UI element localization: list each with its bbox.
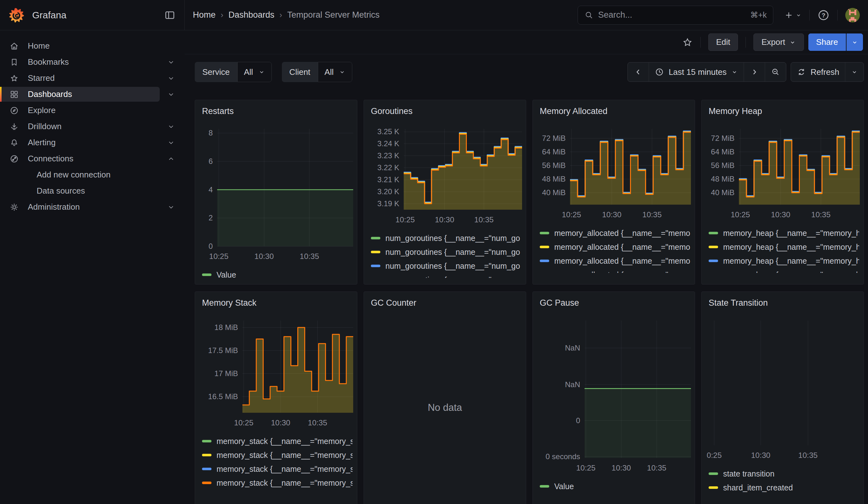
time-forward-button[interactable]	[744, 63, 765, 81]
legend-item[interactable]: shard_item_created	[709, 481, 859, 495]
legend-item[interactable]: memory_allocated {__name__="memo	[540, 226, 690, 240]
grafana-logo-icon[interactable]	[9, 8, 24, 23]
legend-item[interactable]: memory_heap {__name__="memory_h	[709, 226, 859, 240]
legend-item[interactable]: memory_stack {__name__="memory_s	[202, 476, 353, 490]
service-variable-select[interactable]: All	[237, 62, 272, 82]
link-icon	[9, 154, 19, 164]
divider	[837, 10, 838, 21]
breadcrumb-home[interactable]: Home	[193, 10, 216, 20]
svg-text:56 MiB: 56 MiB	[542, 161, 566, 169]
legend-item[interactable]: num_goroutines {__name__="num_go	[371, 245, 521, 259]
export-button[interactable]: Export	[753, 33, 804, 51]
search-icon	[584, 10, 594, 20]
sidebar-item-starred[interactable]: Starred	[0, 70, 185, 86]
sidebar-item-alerting[interactable]: Alerting	[0, 134, 185, 151]
legend-label: shard_item_created	[723, 483, 793, 492]
sidebar-item-explore[interactable]: Explore	[0, 102, 185, 119]
chart-area[interactable]: NaNNaN00 seconds10:2510:3010:35	[537, 320, 690, 474]
panel-title[interactable]: State Transition	[706, 296, 859, 310]
svg-text:10:30: 10:30	[771, 210, 790, 219]
panel-title[interactable]: Memory Stack	[199, 296, 353, 310]
sidebar-item-bookmarks[interactable]: Bookmarks	[0, 54, 185, 70]
legend-label: memory_stack {__name__="memory_s	[217, 437, 353, 446]
panel-title[interactable]: GC Pause	[537, 296, 690, 310]
client-variable-select[interactable]: All	[318, 62, 352, 82]
favorite-star-icon[interactable]	[682, 37, 693, 48]
chevron-down-icon[interactable]	[167, 203, 175, 211]
legend-item[interactable]: num_goroutines {__name__="num_go	[371, 259, 521, 273]
legend-item[interactable]: memory_allocated {__name__="memo	[540, 268, 690, 273]
legend-item[interactable]: Value	[202, 268, 353, 282]
svg-text:3.25 K: 3.25 K	[378, 129, 399, 136]
chevron-up-icon[interactable]	[167, 155, 175, 163]
sidebar-item-drilldown[interactable]: Drilldown	[0, 119, 185, 134]
edit-button[interactable]: Edit	[708, 33, 738, 51]
search-input[interactable]: ⌘+k	[578, 6, 773, 25]
svg-text:4: 4	[209, 185, 213, 194]
sidebar-item-administration[interactable]: Administration	[0, 199, 185, 215]
panel-title[interactable]: Memory Heap	[706, 104, 859, 118]
chevron-down-icon[interactable]	[167, 90, 175, 99]
legend-item[interactable]: memory_heap {__name__="memory_h	[709, 240, 859, 254]
legend-item[interactable]: Value	[540, 480, 690, 493]
legend-item[interactable]: memory_stack {__name__="memory_s	[202, 462, 353, 476]
panel-title[interactable]: Memory Allocated	[537, 104, 690, 118]
share-dropdown-icon[interactable]	[847, 33, 863, 51]
chevron-down-icon[interactable]	[167, 74, 175, 82]
legend-swatch	[371, 265, 380, 267]
refresh-interval-dropdown[interactable]	[845, 63, 864, 81]
legend-item[interactable]: state transition	[709, 467, 859, 481]
chevron-down-icon[interactable]	[167, 123, 175, 131]
search-field[interactable]	[598, 10, 746, 20]
legend: Value	[199, 268, 353, 282]
chart-area[interactable]: 72 MiB64 MiB56 MiB48 MiB40 MiB10:2510:30…	[706, 129, 859, 221]
svg-text:3.24 K: 3.24 K	[378, 139, 399, 148]
legend-item[interactable]: num_goroutines {__name__="num_go	[371, 231, 521, 245]
chart-area[interactable]: 0:2510:3010:35	[706, 320, 859, 462]
compass-icon	[9, 106, 19, 115]
legend-swatch	[540, 260, 549, 262]
sidebar-item-home[interactable]: Home	[0, 38, 185, 54]
zoom-out-button[interactable]	[765, 63, 786, 81]
no-data-message: No data	[368, 310, 521, 504]
svg-text:10:35: 10:35	[811, 210, 830, 219]
chart-area[interactable]: 18 MiB17.5 MiB17 MiB16.5 MiB10:2510:3010…	[199, 320, 353, 429]
chevron-down-icon[interactable]	[167, 138, 175, 147]
legend-item[interactable]: memory_heap {__name__="memory_h	[709, 254, 859, 268]
chevron-down-icon	[789, 39, 796, 46]
legend-item[interactable]: memory_allocated {__name__="memo	[540, 240, 690, 254]
panel-title[interactable]: Goroutines	[368, 104, 521, 118]
svg-text:10:30: 10:30	[255, 252, 273, 260]
chart-area[interactable]: 8642010:2510:3010:35	[199, 129, 353, 263]
avatar[interactable]	[845, 8, 860, 22]
sidebar-item-label: Administration	[28, 202, 163, 212]
legend-item[interactable]: memory_stack {__name__="memory_s	[202, 434, 353, 448]
legend-item[interactable]: memory_heap {__name__="memory_h	[709, 268, 859, 273]
time-range-picker[interactable]: Last 15 minutes	[649, 63, 744, 81]
sidebar-item-connections[interactable]: Connections	[0, 151, 185, 167]
dock-menu-icon[interactable]	[164, 10, 175, 21]
chart-area[interactable]: 3.25 K3.24 K3.23 K3.22 K3.21 K3.20 K3.19…	[368, 129, 521, 226]
breadcrumb: Home › Dashboards › Temporal Server Metr…	[193, 10, 380, 20]
legend-swatch	[202, 468, 211, 470]
svg-text:40 MiB: 40 MiB	[711, 188, 734, 197]
sidebar-item-add-new-connection[interactable]: Add new connection	[0, 167, 185, 183]
add-new-button[interactable]	[784, 10, 802, 20]
breadcrumb-dashboards[interactable]: Dashboards	[228, 10, 275, 20]
sidebar-item-dashboards[interactable]: Dashboards	[0, 86, 185, 102]
svg-text:0: 0	[209, 242, 213, 250]
time-back-button[interactable]	[628, 63, 649, 81]
sidebar-item-data-sources[interactable]: Data sources	[0, 183, 185, 199]
panel-title[interactable]: Restarts	[199, 104, 353, 118]
panel-title[interactable]: GC Counter	[368, 296, 521, 310]
chart-area[interactable]: 72 MiB64 MiB56 MiB48 MiB40 MiB10:2510:30…	[537, 129, 690, 221]
svg-text:64 MiB: 64 MiB	[542, 147, 566, 156]
share-button[interactable]: Share	[808, 33, 846, 51]
svg-text:10:25: 10:25	[234, 419, 254, 427]
legend-item[interactable]: num_goroutines {__name__="num_go	[371, 273, 521, 278]
refresh-button[interactable]: Refresh	[791, 63, 845, 81]
chevron-down-icon[interactable]	[167, 58, 175, 66]
help-icon[interactable]: ?	[817, 9, 830, 21]
legend-item[interactable]: memory_stack {__name__="memory_s	[202, 448, 353, 462]
legend-item[interactable]: memory_allocated {__name__="memo	[540, 254, 690, 268]
